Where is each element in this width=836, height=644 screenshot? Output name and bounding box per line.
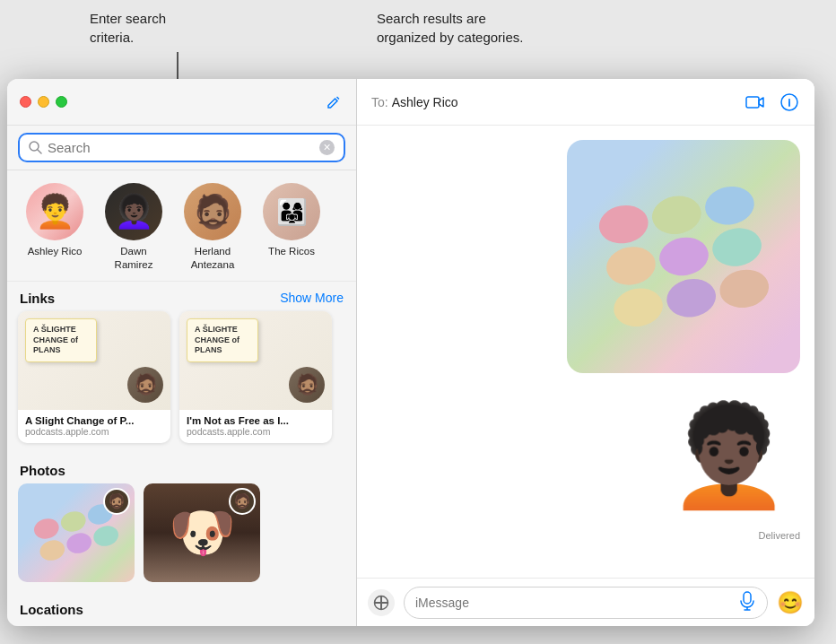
link-card-1-url: podcasts.apple.com bbox=[25, 426, 163, 437]
avatar-ashley: 🧑‍🦱 bbox=[26, 183, 83, 240]
chat-input-bar: 😊 bbox=[357, 578, 814, 626]
to-label: To: bbox=[371, 95, 388, 109]
contact-ashley-rico[interactable]: 🧑‍🦱 Ashley Rico bbox=[18, 183, 91, 272]
contact-name-dawn: DawnRamirez bbox=[115, 245, 153, 272]
contact-herland-antezana[interactable]: 🧔🏽 HerlandAntezana bbox=[176, 183, 249, 272]
left-panel: ✕ 🧑‍🦱 Ashley Rico 👩🏿‍🦱 DawnRamirez 🧔 bbox=[7, 79, 357, 626]
link-card-2-image: A ŠLIGHTE CHANGE of PLANS 🧔🏽 bbox=[179, 311, 332, 410]
photos-grid: 🧔🏽 🐶 🧔🏽 bbox=[7, 483, 356, 593]
links-grid: A ŠLIGHTE CHANGE of PLANS 🧔🏽 A Slight Ch… bbox=[7, 311, 356, 454]
contact-the-ricos[interactable]: 👨‍👩‍👧 The Ricos bbox=[255, 183, 328, 272]
app-window: ✕ 🧑‍🦱 Ashley Rico 👩🏿‍🦱 DawnRamirez 🧔 bbox=[7, 79, 814, 626]
chat-body: 🧑🏿‍🦱 Delivered bbox=[357, 126, 814, 578]
delivered-status: Delivered bbox=[759, 530, 800, 541]
video-call-button[interactable] bbox=[745, 91, 766, 113]
show-more-links-button[interactable]: Show More bbox=[280, 291, 344, 305]
search-clear-button[interactable]: ✕ bbox=[319, 140, 335, 155]
avatar-herland: 🧔🏽 bbox=[184, 183, 241, 240]
link-card-1[interactable]: A ŠLIGHTE CHANGE of PLANS 🧔🏽 A Slight Ch… bbox=[18, 311, 170, 443]
locations-section-title: Locations bbox=[20, 602, 83, 617]
emoji-button[interactable]: 😊 bbox=[777, 590, 804, 615]
search-bar-container: ✕ bbox=[7, 126, 356, 170]
header-actions bbox=[745, 91, 800, 113]
traffic-lights bbox=[20, 96, 67, 108]
search-icon bbox=[29, 141, 42, 154]
info-button[interactable] bbox=[779, 91, 800, 113]
link-card-2[interactable]: A ŠLIGHTE CHANGE of PLANS 🧔🏽 I'm Not as … bbox=[179, 311, 332, 443]
search-input[interactable] bbox=[48, 140, 314, 155]
photo-thumb-dog[interactable]: 🐶 🧔🏽 bbox=[144, 483, 260, 582]
photo-macarons-avatar: 🧔🏽 bbox=[103, 488, 130, 515]
maximize-button[interactable] bbox=[56, 96, 67, 108]
minimize-button[interactable] bbox=[38, 96, 49, 108]
photos-section-header: Photos bbox=[7, 454, 356, 483]
right-panel: To: Ashley Rico bbox=[357, 79, 814, 626]
close-button[interactable] bbox=[20, 96, 31, 108]
contact-name-ricos: The Ricos bbox=[268, 245, 315, 258]
compose-button[interactable] bbox=[324, 92, 344, 112]
photo-dog-avatar: 🧔🏽 bbox=[229, 488, 256, 515]
contact-dawn-ramirez[interactable]: 👩🏿‍🦱 DawnRamirez bbox=[97, 183, 170, 272]
links-section-header: Links Show More bbox=[7, 282, 356, 311]
avatar-ricos: 👨‍👩‍👧 bbox=[263, 183, 320, 240]
search-input-wrap: ✕ bbox=[18, 133, 345, 162]
memoji-message: 🧑🏿‍🦱 Delivered bbox=[657, 384, 800, 541]
message-photo bbox=[567, 140, 800, 373]
callout-line-1 bbox=[177, 52, 179, 79]
avatar-dawn: 👩🏿‍🦱 bbox=[105, 183, 162, 240]
message-input[interactable] bbox=[415, 596, 738, 610]
contact-name-herland: HerlandAntezana bbox=[191, 245, 235, 272]
locations-section-header: Locations bbox=[7, 593, 356, 622]
app-store-button[interactable] bbox=[368, 589, 395, 616]
link-card-1-title: A Slight Change of P... bbox=[25, 415, 163, 426]
title-bar bbox=[7, 79, 356, 126]
contact-name-ashley: Ashley Rico bbox=[28, 245, 83, 258]
recipient-name: Ashley Rico bbox=[392, 95, 458, 109]
links-section-title: Links bbox=[20, 291, 55, 306]
memoji-image: 🧑🏿‍🦱 bbox=[657, 384, 800, 527]
photo-thumb-macarons[interactable]: 🧔🏽 bbox=[18, 483, 135, 582]
callout-search-results: Search results are organized by categori… bbox=[377, 9, 523, 47]
callout-search-criteria: Enter search criteria. bbox=[90, 9, 166, 47]
photos-section-title: Photos bbox=[20, 463, 65, 478]
message-input-wrap bbox=[404, 587, 768, 619]
svg-rect-1 bbox=[746, 97, 759, 108]
link-card-1-image: A ŠLIGHTE CHANGE of PLANS 🧔🏽 bbox=[18, 311, 170, 410]
audio-record-icon[interactable] bbox=[738, 591, 756, 614]
link-card-2-url: podcasts.apple.com bbox=[187, 426, 325, 437]
chat-header: To: Ashley Rico bbox=[357, 79, 814, 126]
svg-rect-4 bbox=[744, 592, 751, 604]
contacts-row: 🧑‍🦱 Ashley Rico 👩🏿‍🦱 DawnRamirez 🧔🏽 Herl… bbox=[7, 170, 356, 282]
link-card-2-title: I'm Not as Free as I... bbox=[187, 415, 325, 426]
